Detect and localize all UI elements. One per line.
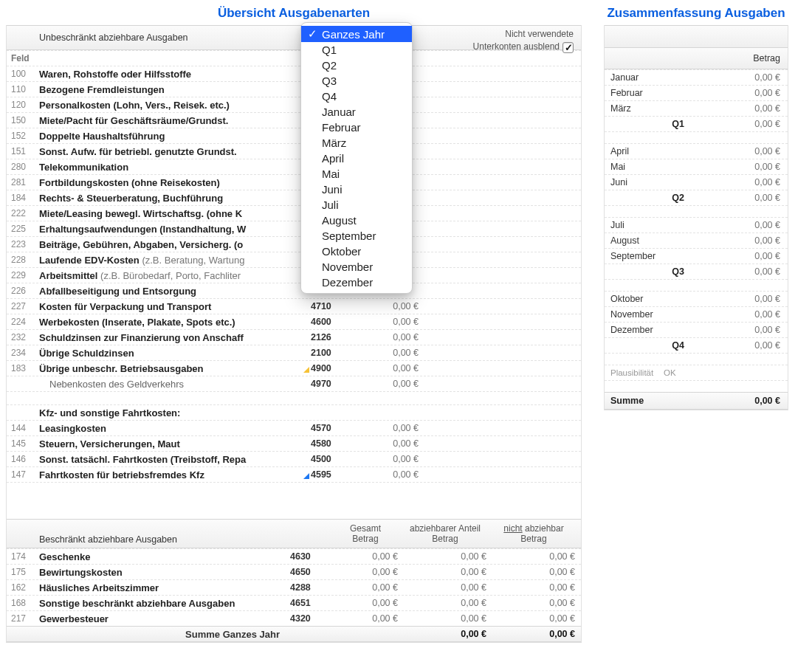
amount-cell[interactable]: 0,00 €	[354, 363, 424, 373]
dropdown-option[interactable]: November	[301, 259, 412, 275]
amount-nondeductible[interactable]: 0,00 €	[492, 598, 581, 608]
table-row: 225Erhaltungsaufwendungen (Instandhaltun…	[7, 221, 581, 236]
amount-total[interactable]: 0,00 €	[333, 567, 404, 577]
summary-label: Q1	[605, 119, 684, 129]
amount-nondeductible[interactable]: 0,00 €	[492, 551, 581, 562]
amount-nondeductible[interactable]: 0,00 €	[492, 582, 581, 593]
dropdown-option[interactable]: Juli	[301, 197, 412, 213]
dropdown-option[interactable]: Q1	[301, 42, 412, 58]
field-code: 147	[7, 469, 39, 480]
spacer-row	[7, 482, 581, 519]
amount-total[interactable]: 0,00 €	[333, 613, 404, 624]
table-row: 280Telekommunikation4920	[7, 159, 581, 174]
table-row: 227Kosten für Verpackung und Transport47…	[7, 298, 581, 314]
dropdown-option[interactable]: Q3	[301, 73, 412, 89]
dropdown-option[interactable]: ✓Ganzes Jahr	[301, 26, 412, 42]
expense-label: Beiträge, Gebühren, Abgaben, Versicherg.…	[39, 239, 311, 250]
month-row: Mai0,00 €	[605, 159, 788, 174]
amount-nondeductible[interactable]: 0,00 €	[492, 567, 581, 577]
field-code: 228	[7, 255, 39, 265]
field-code: 281	[7, 177, 39, 187]
table-row: 175Bewirtungskosten46500,00 €0,00 €0,00 …	[7, 564, 581, 579]
dropdown-option[interactable]: Januar	[301, 104, 412, 120]
amount-nondeductible[interactable]: 0,00 €	[492, 613, 581, 624]
field-code: 174	[7, 551, 39, 562]
field-code: 146	[7, 454, 39, 464]
dropdown-option[interactable]: Februar	[301, 120, 412, 135]
hide-subaccounts-checkbox[interactable]: ✓	[562, 42, 574, 53]
month-row: März0,00 €	[605, 100, 788, 116]
account-number: 4580	[311, 438, 354, 449]
summary-label: November	[605, 309, 684, 320]
table-row: 223Beiträge, Gebühren, Abgaben, Versiche…	[7, 236, 581, 252]
summary-label: Q2	[605, 193, 684, 203]
dropdown-option[interactable]: Oktober	[301, 244, 412, 259]
expense-label: Übrige unbeschr. Betriebsausgaben	[39, 363, 311, 374]
summary-label: Oktober	[605, 294, 684, 304]
period-dropdown[interactable]: ✓Ganzes JahrQ1Q2Q3Q4JanuarFebruarMärzApr…	[300, 22, 413, 294]
amount-cell[interactable]: 0,00 €	[354, 438, 424, 449]
table-row: 229Arbeitsmittel (z.B. Bürobedarf, Porto…	[7, 267, 581, 283]
amount-cell[interactable]: 0,00 €	[354, 469, 424, 480]
expense-grid: Unbeschränkt abziehbare Ausgaben Konto N…	[6, 25, 582, 643]
expense-label: Arbeitsmittel (z.B. Bürobedarf, Porto, F…	[39, 270, 311, 281]
table-row: 162Häusliches Arbeitszimmer42880,00 €0,0…	[7, 579, 581, 595]
field-code: 227	[7, 301, 39, 311]
summary-label: Q3	[605, 266, 684, 277]
quarter-row: Q30,00 €	[605, 263, 788, 279]
account-number: 4650	[290, 567, 333, 577]
summary-amount: 0,00 €	[684, 193, 788, 203]
summary-amount: 0,00 €	[684, 88, 788, 98]
expense-label: Kosten für Verpackung und Transport	[39, 301, 311, 312]
field-code: 232	[7, 332, 39, 342]
table-row: 150Miete/Pacht für Geschäftsräume/Grunds…	[7, 112, 581, 128]
hide-subaccounts-label: Unterkonten ausblend	[473, 41, 560, 53]
field-code: 225	[7, 224, 39, 234]
amount-cell[interactable]: 0,00 €	[354, 454, 424, 464]
dropdown-option[interactable]: April	[301, 151, 412, 166]
expense-label: Schuldzinsen zur Finanzierung von Anscha…	[39, 332, 311, 343]
summary-label: Juni	[605, 177, 684, 187]
amount-cell[interactable]: 0,00 €	[354, 423, 424, 433]
summary-table: Betrag Januar0,00 €Februar0,00 €März0,00…	[604, 25, 788, 410]
quarter-row: Q10,00 €	[605, 116, 788, 131]
amount-cell[interactable]: 0,00 €	[354, 379, 424, 389]
amount-deductible[interactable]: 0,00 €	[404, 598, 492, 608]
quarter-row: Q40,00 €	[605, 337, 788, 353]
summary-label: Mai	[605, 162, 684, 172]
table-row: 100Waren, Rohstoffe oder Hilfsstoffe 300…	[7, 66, 581, 81]
dropdown-option[interactable]: Juni	[301, 182, 412, 197]
amount-total[interactable]: 0,00 €	[333, 582, 404, 593]
amount-total[interactable]: 0,00 €	[333, 598, 404, 608]
amount-cell[interactable]: 0,00 €	[354, 332, 424, 342]
expense-label: Werbekosten (Inserate, Plakate, Spots et…	[39, 317, 311, 328]
flag-blue-icon	[303, 473, 309, 479]
month-row: Dezember0,00 €	[605, 322, 788, 337]
amount-cell[interactable]: 0,00 €	[354, 301, 424, 311]
dropdown-option[interactable]: September	[301, 228, 412, 244]
dropdown-option[interactable]: Mai	[301, 166, 412, 182]
dropdown-option[interactable]: Dezember	[301, 275, 412, 290]
table-row: 224Werbekosten (Inserate, Plakate, Spots…	[7, 314, 581, 329]
dropdown-option[interactable]: Q2	[301, 58, 412, 73]
field-code: 162	[7, 582, 39, 593]
table-row: 152Doppelte Haushaltsführung3799	[7, 128, 581, 143]
expense-label: Geschenke	[39, 551, 290, 562]
amount-cell[interactable]: 0,00 €	[354, 317, 424, 327]
summary-label: August	[605, 235, 684, 246]
month-row: April0,00 €	[605, 143, 788, 159]
table-row: 120Personalkosten (Lohn, Vers., Reisek. …	[7, 97, 581, 112]
amount-deductible[interactable]: 0,00 €	[404, 582, 492, 593]
amount-deductible[interactable]: 0,00 €	[404, 551, 492, 562]
table-row: 228Laufende EDV-Kosten (z.B. Beratung, W…	[7, 252, 581, 267]
field-code: 183	[7, 363, 39, 373]
summary-amount: 0,00 €	[684, 220, 788, 230]
amount-cell[interactable]: 0,00 €	[354, 348, 424, 358]
dropdown-option[interactable]: Q4	[301, 89, 412, 104]
amount-total[interactable]: 0,00 €	[333, 551, 404, 562]
dropdown-option[interactable]: August	[301, 213, 412, 228]
dropdown-option[interactable]: März	[301, 135, 412, 151]
amount-deductible[interactable]: 0,00 €	[404, 567, 492, 577]
amount-deductible[interactable]: 0,00 €	[404, 613, 492, 624]
unused-label: Nicht verwendete	[505, 28, 574, 41]
